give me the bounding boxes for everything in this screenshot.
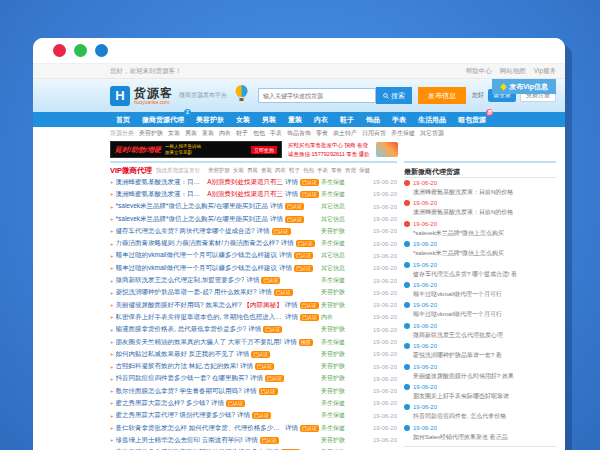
listing-row[interactable]: + 抖音同款痘痘四件套多少钱一套? 在哪里购买? 详情 已认证 美容护肤 19-… xyxy=(110,373,397,385)
row-title[interactable]: 如何内贴过私减效果最好 反正我的不见了 xyxy=(116,350,235,359)
row-category-link[interactable]: 美容护肤 xyxy=(319,436,363,445)
sidebar-item-text[interactable]: 微商新联洗发王怎么代理批发心理 xyxy=(404,331,556,340)
row-title[interactable]: 蜜之秀黑蒜大蒜代理? 级别代理要多少钱? xyxy=(116,411,236,420)
row-title[interactable]: 顺丰过哒的vkmail做代理一个月可以赚多少钱怎么样建议 xyxy=(116,264,277,273)
subnav-link[interactable]: 包包 xyxy=(253,129,265,138)
nav-item[interactable]: 箱包货源 荐 xyxy=(452,112,492,127)
row-detail-link[interactable]: 详情 xyxy=(285,424,298,433)
row-detail-link[interactable]: 详情 xyxy=(240,362,253,371)
row-category-link[interactable]: 其它信息 xyxy=(319,264,363,273)
row-category-link[interactable]: 美容护肤 xyxy=(319,350,363,359)
row-title[interactable]: 微商新联洗发王怎么代理定制,加盟需要多少? xyxy=(116,276,245,285)
nav-item[interactable]: 鞋子 xyxy=(334,112,360,127)
sidebar-item[interactable]: 19-06-20 朋友圈卖上好手表实际哪些好呢靠谱 xyxy=(404,382,556,402)
nav-item[interactable]: 生活用品 xyxy=(412,112,452,127)
row-category-link[interactable]: 美容护肤 xyxy=(319,362,363,371)
row-detail-link[interactable]: 详情 xyxy=(285,301,298,310)
subnav-link[interactable]: 女装 xyxy=(168,129,180,138)
row-detail-link[interactable]: 详情 xyxy=(245,436,258,445)
listing-tab[interactable]: 百货 xyxy=(345,167,356,174)
row-title-highlight[interactable]: 【内部揭秘】 xyxy=(244,301,283,310)
listing-row[interactable]: + 顺丰过哒的vkmail做代理一个月可以赚多少钱怎么样建议 详情 已认证 其它… xyxy=(110,262,397,274)
row-title[interactable]: *salevek米兰品牌*微信上怎么购买/在哪里能买到正品 xyxy=(116,215,268,224)
listing-row[interactable]: + 敷尔佳面膜怎么拿货? 学生青春期可以用吗? 详情 已认证 美容护肤 19-0… xyxy=(110,385,397,397)
row-title[interactable]: 澳洲蜂蜜氨基酸洗发液：目前N的价格是多少? xyxy=(116,178,206,187)
listing-row[interactable]: + 美丽健玻尿酸面膜好不好用吗? 效果怎么样? 【内部揭秘】 详情 已认证 美容… xyxy=(110,299,397,311)
row-title[interactable]: *salevek米兰品牌*微信上怎么购买/在哪里能买到正品 xyxy=(116,202,268,211)
publish-button[interactable]: 发布信息 xyxy=(418,87,466,104)
subnav-link[interactable]: 其它货源 xyxy=(420,129,444,138)
listing-row[interactable]: + 私密保养上好手表卖得挺靠谱本色的, 常期纯色也想进入NPA? 详情 已认证 … xyxy=(110,311,397,323)
listing-row[interactable]: + 薏仁软膏拿货批发怎么样 如何代理拿货、代理价格多少钱? 详情 已认证 养生保… xyxy=(110,422,397,434)
row-title[interactable]: 古熙妇科凝胶有效的方法 林妃,古妃的效果! xyxy=(116,362,238,371)
sidebar-item[interactable]: 19-06-20 澳洲蜂蜜氨基酸洗发液：目前N的价格 xyxy=(404,198,556,218)
search-button[interactable]: 搜索 xyxy=(376,87,412,104)
sidebar-item[interactable]: 19-06-20 澳洲蜂蜜氨基酸洗发液：目前N的价格 xyxy=(404,178,556,198)
listing-tab[interactable]: 女装 xyxy=(233,167,244,174)
row-title[interactable]: 抖音同款痘痘四件套多少钱一套? 在哪里购买? xyxy=(116,374,249,383)
row-category-link[interactable]: 养生保健 xyxy=(319,178,363,187)
listing-row[interactable]: + 康益代理分几个级别? 市面加20%的代理价格是多少 详情 已认证 美容护肤 … xyxy=(110,447,397,450)
listing-tab[interactable]: 零食 xyxy=(331,167,342,174)
sidebar-item[interactable]: 19-06-20 顺丰过哒vkmail做代理一个月可行 xyxy=(404,300,556,320)
row-title[interactable]: 珍嘉绿上男士精华怎么去痘印 云南这有学问! xyxy=(116,436,243,445)
row-detail-link[interactable]: 详情 xyxy=(257,227,270,236)
row-category-link[interactable]: 养生保健 xyxy=(319,411,363,420)
listing-tab[interactable]: 内衣 xyxy=(275,167,286,174)
ad-banner[interactable]: 延时/助勃/增硬 一般人我不告诉他效果立竿见影 立即抢购 xyxy=(110,141,282,158)
row-detail-link[interactable]: 详情 xyxy=(259,288,272,297)
logo[interactable]: 货源客 huoyuanke.com xyxy=(134,87,173,105)
listing-row[interactable]: + 微商新联洗发王怎么代理定制,加盟需要多少? 详情 已认证 养生保健 19-0… xyxy=(110,274,397,286)
row-category-link[interactable]: 美容护肤 xyxy=(319,227,363,236)
row-category-link[interactable]: 美容护肤 xyxy=(319,288,363,297)
nav-item[interactable]: 美容护肤 xyxy=(190,112,230,127)
nav-item-vip[interactable]: ◆ 发布Vip信息 xyxy=(492,79,556,94)
row-title[interactable]: 菱悦洗润哪种护肤品靠谱一套-起? 用什么效果好? xyxy=(116,288,257,297)
nav-item[interactable]: 童装 xyxy=(282,112,308,127)
sidebar-item-text[interactable]: 顺丰过哒vkmail做代理一个月可行 xyxy=(404,290,556,299)
row-detail-link[interactable]: 详情 xyxy=(281,239,294,248)
sidebar-item[interactable]: 19-06-20 如何Salev经销代理效果渠道 看正品 xyxy=(404,423,556,443)
listing-row[interactable]: + 珍嘉绿上男士精华怎么去痘印 云南这有学问! 详情 已认证 美容护肤 19-0… xyxy=(110,434,397,446)
row-detail-link[interactable]: 详情 xyxy=(279,264,292,273)
subnav-link[interactable]: 养生保健 xyxy=(391,129,415,138)
nav-item[interactable]: 内衣 xyxy=(308,112,334,127)
listing-tab[interactable]: 美容护肤 xyxy=(208,167,230,174)
window-close-button[interactable] xyxy=(53,44,66,57)
sidebar-item[interactable]: 19-06-20 微商新联洗发王怎么代理批发心理 xyxy=(404,321,556,341)
topbar-link[interactable]: 网站地图 xyxy=(500,67,526,76)
sidebar-item[interactable]: 19-06-20 顺丰过哒vkmail做代理一个月可行 xyxy=(404,280,556,300)
listing-row[interactable]: + 力薇洁面膏攻略规则 力薇洁面膏素材/力薇洁面膏怎么样? 详情 已认证 养生保… xyxy=(110,237,397,249)
nav-item[interactable]: 微商货源代理 1 xyxy=(136,112,190,127)
row-detail-link[interactable]: 详情 xyxy=(211,399,224,408)
row-category-link[interactable]: 养生保健 xyxy=(319,239,363,248)
subnav-link[interactable]: 饰品首饰 xyxy=(287,129,311,138)
row-title[interactable]: 健存车代理怎么卖货? 两块代理拿哪个提成合适? xyxy=(116,227,255,236)
nav-item[interactable]: 女装 xyxy=(230,112,256,127)
row-category-link[interactable]: 其它信息 xyxy=(319,202,363,211)
row-category-link[interactable]: 养生保健 xyxy=(319,190,363,199)
row-detail-link[interactable]: 详情 xyxy=(236,350,249,359)
row-title[interactable]: 蜜之秀黑蒜大蒜怎么样? 多少钱? xyxy=(116,399,210,408)
ad-buy-button[interactable]: 立即抢购 xyxy=(251,146,277,154)
row-title[interactable]: 顺丰过哒的vkmail做代理一个月可以赚多少钱怎么样建议 xyxy=(116,251,277,260)
subnav-link[interactable]: 鞋子 xyxy=(236,129,248,138)
sidebar-item-text[interactable]: 朋友圈卖上好手表实际哪些好呢靠谱 xyxy=(404,392,556,401)
sidebar-item[interactable]: 19-06-20 健存车代理怎么卖货? 哪个提成合适! 看 xyxy=(404,260,556,280)
row-detail-link[interactable]: 详情 xyxy=(237,411,250,420)
row-title[interactable]: 澳洲蜂蜜氨基酸洗发液：目前N的价格是多少? xyxy=(116,190,206,199)
row-title-highlight[interactable]: A别浪费到处找渠道只有三 xyxy=(207,178,283,187)
row-category-link[interactable]: 养生保健 xyxy=(319,399,363,408)
listing-row[interactable]: + *salevek米兰品牌*微信上怎么购买/在哪里能买到正品 详情 已认证 其… xyxy=(110,201,397,213)
sidebar-item-text[interactable]: 美丽健玻尿酸面膜什么时候用好? 效果 xyxy=(404,372,556,381)
subnav-link[interactable]: 美容护肤 xyxy=(139,129,163,138)
nav-item[interactable]: 饰品 xyxy=(360,112,386,127)
sidebar-item-text[interactable]: 澳洲蜂蜜氨基酸洗发液：目前N的价格 xyxy=(404,208,556,217)
logo-icon[interactable]: H xyxy=(110,86,130,106)
listing-row[interactable]: + 输液面膜拿货价格表, 总代最低拿货价是多少? 详情 已认证 美容护肤 19-… xyxy=(110,324,397,336)
sidebar-item[interactable]: 19-06-20 抖音同款痘痘四件套, 怎么代拿价格 xyxy=(404,402,556,422)
topbar-link[interactable]: 帮助中心 xyxy=(466,67,492,76)
listing-row[interactable]: + 澳洲蜂蜜氨基酸洗发液：目前N的价格是多少? A别浪费到处找渠道只有三 详情 … xyxy=(110,176,397,188)
ad-thumbnail-image[interactable] xyxy=(376,142,398,157)
row-detail-link[interactable]: 详情 xyxy=(244,387,257,396)
